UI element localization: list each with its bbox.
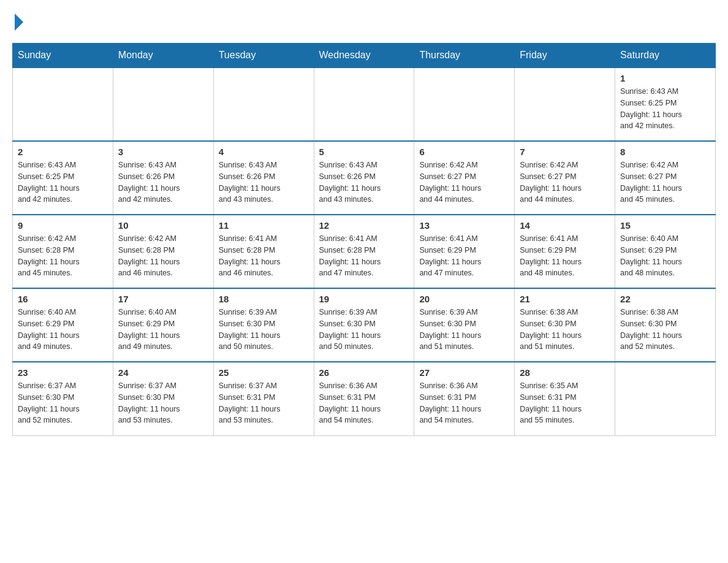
calendar-cell: 17Sunrise: 6:40 AM Sunset: 6:29 PM Dayli…: [113, 288, 213, 362]
col-header-saturday: Saturday: [615, 44, 716, 68]
calendar-cell: 24Sunrise: 6:37 AM Sunset: 6:30 PM Dayli…: [113, 362, 213, 435]
calendar-cell: 6Sunrise: 6:42 AM Sunset: 6:27 PM Daylig…: [414, 141, 515, 215]
day-info: Sunrise: 6:40 AM Sunset: 6:29 PM Dayligh…: [118, 307, 208, 353]
calendar-cell: [13, 67, 113, 141]
col-header-thursday: Thursday: [414, 44, 515, 68]
calendar-cell: 12Sunrise: 6:41 AM Sunset: 6:28 PM Dayli…: [314, 215, 414, 288]
day-info: Sunrise: 6:37 AM Sunset: 6:30 PM Dayligh…: [118, 380, 208, 426]
calendar-cell: 15Sunrise: 6:40 AM Sunset: 6:29 PM Dayli…: [615, 215, 716, 288]
day-number: 18: [219, 294, 309, 304]
day-number: 26: [319, 367, 409, 378]
calendar-cell: 20Sunrise: 6:39 AM Sunset: 6:30 PM Dayli…: [414, 288, 515, 362]
calendar-cell: 18Sunrise: 6:39 AM Sunset: 6:30 PM Dayli…: [213, 288, 314, 362]
calendar-cell: 7Sunrise: 6:42 AM Sunset: 6:27 PM Daylig…: [515, 141, 615, 215]
calendar-cell: 26Sunrise: 6:36 AM Sunset: 6:31 PM Dayli…: [314, 362, 414, 435]
day-number: 1: [620, 73, 710, 83]
week-row-2: 2Sunrise: 6:43 AM Sunset: 6:25 PM Daylig…: [13, 141, 716, 215]
day-number: 2: [18, 147, 108, 157]
col-header-sunday: Sunday: [13, 44, 113, 68]
day-info: Sunrise: 6:42 AM Sunset: 6:28 PM Dayligh…: [18, 233, 108, 279]
day-number: 6: [419, 147, 509, 157]
day-info: Sunrise: 6:39 AM Sunset: 6:30 PM Dayligh…: [319, 307, 409, 353]
calendar-cell: [615, 362, 716, 435]
calendar-cell: 28Sunrise: 6:35 AM Sunset: 6:31 PM Dayli…: [515, 362, 615, 435]
day-number: 16: [18, 294, 108, 304]
calendar-cell: 8Sunrise: 6:42 AM Sunset: 6:27 PM Daylig…: [615, 141, 716, 215]
day-info: Sunrise: 6:37 AM Sunset: 6:31 PM Dayligh…: [219, 380, 309, 426]
calendar-cell: 22Sunrise: 6:38 AM Sunset: 6:30 PM Dayli…: [615, 288, 716, 362]
week-row-4: 16Sunrise: 6:40 AM Sunset: 6:29 PM Dayli…: [13, 288, 716, 362]
calendar-table: SundayMondayTuesdayWednesdayThursdayFrid…: [12, 43, 716, 436]
calendar-cell: 11Sunrise: 6:41 AM Sunset: 6:28 PM Dayli…: [213, 215, 314, 288]
day-info: Sunrise: 6:42 AM Sunset: 6:27 PM Dayligh…: [520, 159, 610, 205]
day-number: 5: [319, 147, 409, 157]
col-header-tuesday: Tuesday: [213, 44, 314, 68]
day-info: Sunrise: 6:39 AM Sunset: 6:30 PM Dayligh…: [219, 307, 309, 353]
day-info: Sunrise: 6:43 AM Sunset: 6:26 PM Dayligh…: [219, 159, 309, 205]
day-info: Sunrise: 6:42 AM Sunset: 6:27 PM Dayligh…: [620, 159, 710, 205]
calendar-cell: 14Sunrise: 6:41 AM Sunset: 6:29 PM Dayli…: [515, 215, 615, 288]
day-number: 20: [419, 294, 509, 304]
page-header: [12, 12, 716, 31]
day-info: Sunrise: 6:38 AM Sunset: 6:30 PM Dayligh…: [620, 307, 710, 353]
day-info: Sunrise: 6:41 AM Sunset: 6:29 PM Dayligh…: [419, 233, 509, 279]
day-info: Sunrise: 6:36 AM Sunset: 6:31 PM Dayligh…: [419, 380, 509, 426]
col-header-monday: Monday: [113, 44, 213, 68]
day-number: 3: [118, 147, 208, 157]
calendar-cell: 9Sunrise: 6:42 AM Sunset: 6:28 PM Daylig…: [13, 215, 113, 288]
day-info: Sunrise: 6:37 AM Sunset: 6:30 PM Dayligh…: [18, 380, 108, 426]
calendar-cell: 23Sunrise: 6:37 AM Sunset: 6:30 PM Dayli…: [13, 362, 113, 435]
calendar-cell: 25Sunrise: 6:37 AM Sunset: 6:31 PM Dayli…: [213, 362, 314, 435]
col-header-wednesday: Wednesday: [314, 44, 414, 68]
day-info: Sunrise: 6:41 AM Sunset: 6:28 PM Dayligh…: [319, 233, 409, 279]
day-info: Sunrise: 6:38 AM Sunset: 6:30 PM Dayligh…: [520, 307, 610, 353]
calendar-cell: [213, 67, 314, 141]
week-row-3: 9Sunrise: 6:42 AM Sunset: 6:28 PM Daylig…: [13, 215, 716, 288]
calendar-cell: 19Sunrise: 6:39 AM Sunset: 6:30 PM Dayli…: [314, 288, 414, 362]
day-number: 22: [620, 294, 710, 304]
calendar-cell: 10Sunrise: 6:42 AM Sunset: 6:28 PM Dayli…: [113, 215, 213, 288]
day-number: 13: [419, 220, 509, 231]
calendar-cell: 27Sunrise: 6:36 AM Sunset: 6:31 PM Dayli…: [414, 362, 515, 435]
day-info: Sunrise: 6:35 AM Sunset: 6:31 PM Dayligh…: [520, 380, 610, 426]
day-info: Sunrise: 6:36 AM Sunset: 6:31 PM Dayligh…: [319, 380, 409, 426]
day-number: 7: [520, 147, 610, 157]
calendar-cell: [314, 67, 414, 141]
day-number: 27: [419, 367, 509, 378]
day-number: 21: [520, 294, 610, 304]
calendar-cell: [113, 67, 213, 141]
calendar-cell: 5Sunrise: 6:43 AM Sunset: 6:26 PM Daylig…: [314, 141, 414, 215]
day-info: Sunrise: 6:42 AM Sunset: 6:28 PM Dayligh…: [118, 233, 208, 279]
day-info: Sunrise: 6:43 AM Sunset: 6:26 PM Dayligh…: [118, 159, 208, 205]
day-number: 24: [118, 367, 208, 378]
day-number: 11: [219, 220, 309, 231]
day-info: Sunrise: 6:43 AM Sunset: 6:25 PM Dayligh…: [18, 159, 108, 205]
calendar-cell: 3Sunrise: 6:43 AM Sunset: 6:26 PM Daylig…: [113, 141, 213, 215]
week-row-1: 1Sunrise: 6:43 AM Sunset: 6:25 PM Daylig…: [13, 67, 716, 141]
day-number: 8: [620, 147, 710, 157]
day-number: 12: [319, 220, 409, 231]
day-number: 15: [620, 220, 710, 231]
day-info: Sunrise: 6:39 AM Sunset: 6:30 PM Dayligh…: [419, 307, 509, 353]
calendar-cell: 4Sunrise: 6:43 AM Sunset: 6:26 PM Daylig…: [213, 141, 314, 215]
calendar-cell: [515, 67, 615, 141]
day-info: Sunrise: 6:43 AM Sunset: 6:25 PM Dayligh…: [620, 86, 710, 132]
day-info: Sunrise: 6:43 AM Sunset: 6:26 PM Dayligh…: [319, 159, 409, 205]
calendar-cell: 16Sunrise: 6:40 AM Sunset: 6:29 PM Dayli…: [13, 288, 113, 362]
week-row-5: 23Sunrise: 6:37 AM Sunset: 6:30 PM Dayli…: [13, 362, 716, 435]
day-info: Sunrise: 6:40 AM Sunset: 6:29 PM Dayligh…: [620, 233, 710, 279]
day-number: 28: [520, 367, 610, 378]
calendar-cell: 13Sunrise: 6:41 AM Sunset: 6:29 PM Dayli…: [414, 215, 515, 288]
day-number: 23: [18, 367, 108, 378]
calendar-header-row: SundayMondayTuesdayWednesdayThursdayFrid…: [13, 44, 716, 68]
day-number: 19: [319, 294, 409, 304]
calendar-cell: [414, 67, 515, 141]
day-info: Sunrise: 6:40 AM Sunset: 6:29 PM Dayligh…: [18, 307, 108, 353]
day-number: 17: [118, 294, 208, 304]
logo-arrow-icon: [15, 13, 23, 31]
day-number: 4: [219, 147, 309, 157]
calendar-cell: 2Sunrise: 6:43 AM Sunset: 6:25 PM Daylig…: [13, 141, 113, 215]
day-number: 10: [118, 220, 208, 231]
day-number: 9: [18, 220, 108, 231]
logo: [12, 12, 23, 31]
